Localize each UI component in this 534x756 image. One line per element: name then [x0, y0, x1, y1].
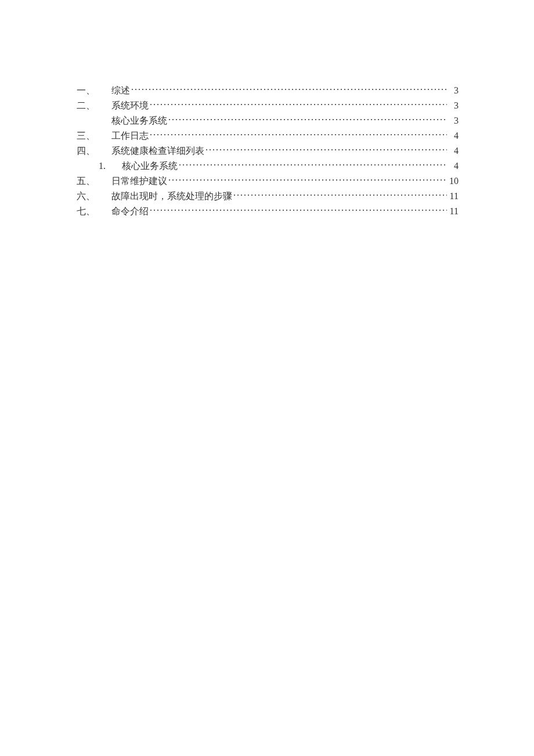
- toc-page-number: 10: [448, 176, 459, 186]
- toc-title: 核心业务系统: [122, 160, 178, 172]
- toc-title: 命令介绍: [111, 206, 149, 218]
- toc-number: 五、: [75, 175, 111, 188]
- toc-number: 1.: [75, 161, 122, 171]
- toc-number: 一、: [75, 85, 111, 97]
- toc-title: 工作日志: [111, 130, 149, 142]
- toc-number: 三、: [75, 130, 111, 142]
- toc-page-number: 4: [448, 131, 459, 141]
- toc-leader-dots: [150, 99, 447, 109]
- toc-number: 二、: [75, 100, 111, 112]
- toc-entry[interactable]: 三、 工作日志 4: [75, 129, 459, 145]
- toc-page-number: 4: [448, 161, 459, 171]
- toc-entry[interactable]: 1. 核心业务系统 4: [75, 160, 459, 175]
- table-of-contents: 一、 综述 3 二、 系统环境 3 核心业务系统 3 三、 工作日志 4 四、 …: [75, 84, 459, 220]
- toc-page-number: 11: [448, 191, 459, 201]
- toc-entry[interactable]: 二、 系统环境 3: [75, 99, 459, 114]
- toc-page-number: 4: [448, 146, 459, 156]
- toc-leader-dots: [179, 160, 447, 169]
- toc-leader-dots: [150, 129, 447, 139]
- toc-title: 系统健康检查详细列表: [111, 145, 204, 157]
- toc-title: 故障出现时，系统处理的步骤: [111, 190, 232, 203]
- toc-title: 综述: [111, 85, 130, 97]
- toc-leader-dots: [205, 145, 447, 154]
- toc-title: 核心业务系统: [111, 115, 167, 127]
- toc-entry[interactable]: 一、 综述 3: [75, 84, 459, 99]
- toc-page-number: 3: [448, 85, 459, 96]
- toc-leader-dots: [233, 190, 447, 199]
- toc-title: 系统环境: [111, 100, 149, 112]
- toc-page-number: 3: [448, 116, 459, 126]
- toc-leader-dots: [168, 114, 447, 124]
- toc-entry[interactable]: 核心业务系统 3: [75, 114, 459, 129]
- toc-number: 七、: [75, 206, 111, 218]
- toc-number: 四、: [75, 145, 111, 157]
- toc-leader-dots: [150, 205, 447, 214]
- toc-entry[interactable]: 七、 命令介绍 11: [75, 205, 459, 220]
- toc-leader-dots: [131, 84, 447, 93]
- toc-entry[interactable]: 五、 日常维护建议 10: [75, 175, 459, 190]
- toc-title: 日常维护建议: [111, 175, 167, 188]
- toc-entry[interactable]: 四、 系统健康检查详细列表 4: [75, 145, 459, 160]
- toc-page-number: 3: [448, 100, 459, 111]
- toc-leader-dots: [168, 175, 447, 184]
- toc-number: 六、: [75, 190, 111, 203]
- toc-entry[interactable]: 六、 故障出现时，系统处理的步骤 11: [75, 190, 459, 205]
- toc-page-number: 11: [448, 206, 459, 217]
